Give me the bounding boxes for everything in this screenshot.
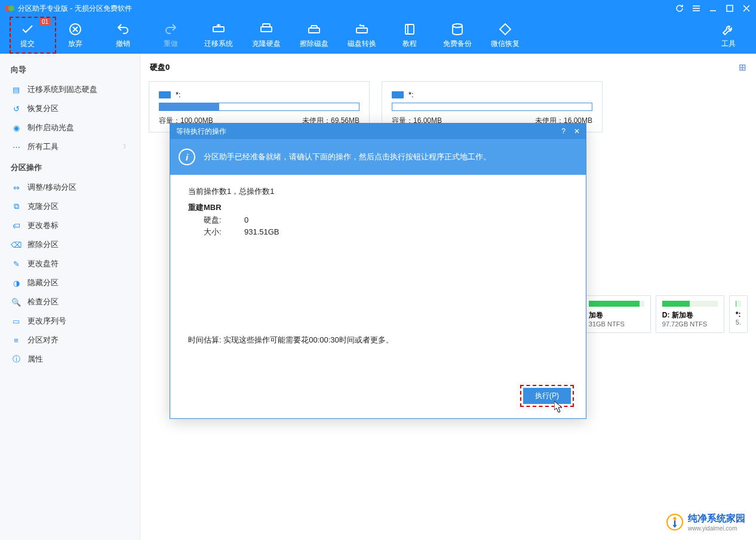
watermark-logo-icon bbox=[666, 514, 683, 530]
svg-rect-5 bbox=[261, 27, 272, 32]
maximize-icon[interactable] bbox=[725, 4, 735, 13]
toolbar-label: 磁盘转换 bbox=[348, 39, 376, 49]
app-logo-icon bbox=[5, 4, 14, 13]
tag-icon: 🏷 bbox=[11, 220, 21, 231]
disk-icon bbox=[159, 91, 171, 98]
sidebar-item-wipep[interactable]: ⌫擦除分区 bbox=[0, 235, 140, 254]
partition-card[interactable]: D: 新加卷 97.72GB NTFS bbox=[656, 295, 724, 333]
dots-icon: ⋯ bbox=[11, 141, 21, 152]
sidebar-item-alltools[interactable]: ⋯所有工具〉 bbox=[0, 137, 140, 156]
partition-card[interactable]: *: 5. bbox=[729, 295, 748, 333]
close-icon[interactable] bbox=[742, 4, 751, 13]
dialog-title-bar: 等待执行的操作 ? ✕ bbox=[170, 124, 586, 139]
close-icon[interactable]: ✕ bbox=[574, 127, 580, 135]
sidebar-item-check[interactable]: 🔍检查分区 bbox=[0, 292, 140, 311]
wipe-button[interactable]: 擦除磁盘 bbox=[290, 18, 338, 52]
toolbar-label: 撤销 bbox=[116, 39, 130, 49]
backup-button[interactable]: 免费备份 bbox=[434, 18, 481, 52]
watermark: 纯净系统家园 www.yidaimei.com bbox=[666, 513, 745, 532]
redo-icon bbox=[164, 22, 178, 36]
drive-icon: ▤ bbox=[11, 84, 21, 95]
convert-button[interactable]: 磁盘转换 bbox=[338, 18, 386, 52]
svg-point-10 bbox=[453, 24, 462, 27]
resize-icon: ⇔ bbox=[11, 182, 21, 193]
sidebar-item-serial[interactable]: ▭更改序列号 bbox=[0, 311, 140, 331]
migrate-icon bbox=[211, 22, 226, 36]
redo-button[interactable]: 重做 bbox=[147, 18, 195, 52]
time-estimate: 时间估算: 实现这些操作可能需要花00:00:30时间或者更多。 bbox=[188, 334, 568, 347]
recover-icon: ↺ bbox=[11, 103, 21, 114]
disk-icon bbox=[392, 91, 404, 98]
align-icon: ≡ bbox=[11, 335, 21, 345]
svg-rect-8 bbox=[357, 28, 367, 33]
partops-header: 分区操作 bbox=[0, 156, 140, 178]
tutorial-button[interactable]: 教程 bbox=[386, 18, 434, 52]
usage-bar bbox=[159, 103, 359, 111]
svg-rect-4 bbox=[213, 27, 224, 32]
book-icon bbox=[402, 22, 417, 36]
toolbar-label: 重做 bbox=[164, 39, 178, 49]
dialog-body: 当前操作数1，总操作数1 重建MBR 硬盘:0 大小:931.51GB 时间估算… bbox=[170, 175, 586, 385]
toolbar-label: 迁移系统 bbox=[204, 39, 233, 49]
sidebar-item-hide[interactable]: ◑隐藏分区 bbox=[0, 273, 140, 292]
execute-button[interactable]: 执行(P) bbox=[523, 388, 571, 404]
sidebar-item-letter[interactable]: ✎更改盘符 bbox=[0, 254, 140, 273]
grid-view-icon[interactable]: ⊞ bbox=[739, 62, 746, 73]
svg-rect-7 bbox=[309, 28, 319, 33]
undo-button[interactable]: 撤销 bbox=[99, 18, 147, 52]
toolbar-label: 免费备份 bbox=[443, 39, 472, 49]
toolbar: 提交 放弃 撤销 重做 迁移系统 克隆硬盘 擦除磁盘 磁盘转换 教程 免费备份 … bbox=[0, 17, 756, 54]
pending-operations-dialog: 等待执行的操作 ? ✕ i 分区助手已经准备就绪，请确认下面的操作，然后点击执行… bbox=[170, 123, 586, 419]
toolbar-label: 克隆硬盘 bbox=[252, 39, 281, 49]
disc-icon: ◉ bbox=[11, 122, 21, 133]
sidebar-item-prop[interactable]: ⓘ属性 bbox=[0, 350, 140, 369]
hide-icon: ◑ bbox=[11, 277, 21, 288]
usage-bar bbox=[392, 103, 592, 111]
tools-button[interactable]: 工具 bbox=[705, 18, 752, 52]
clone-icon: ⧉ bbox=[11, 201, 21, 212]
info-icon: i bbox=[179, 149, 195, 165]
sidebar-item-label[interactable]: 🏷更改卷标 bbox=[0, 216, 140, 235]
toolbar-label: 工具 bbox=[721, 39, 736, 49]
sidebar-item-clonep[interactable]: ⧉克隆分区 bbox=[0, 197, 140, 216]
sidebar-item-recover[interactable]: ↺恢复分区 bbox=[0, 99, 140, 118]
refresh-icon[interactable] bbox=[675, 4, 684, 13]
migrate-button[interactable]: 迁移系统 bbox=[195, 18, 242, 52]
sidebar-item-resize[interactable]: ⇔调整/移动分区 bbox=[0, 178, 140, 197]
svg-rect-6 bbox=[263, 24, 270, 27]
toolbar-label: 擦除磁盘 bbox=[300, 39, 328, 49]
op-group-title: 重建MBR bbox=[188, 202, 568, 214]
toolbar-label: 微信恢复 bbox=[491, 39, 520, 49]
watermark-url: www.yidaimei.com bbox=[688, 525, 745, 532]
wechat-icon bbox=[498, 22, 512, 36]
toolbar-label: 教程 bbox=[402, 39, 417, 49]
sidebar-item-migrate-ssd[interactable]: ▤迁移系统到固态硬盘 bbox=[0, 80, 140, 99]
partition-card[interactable]: 加卷 31GB NTFS bbox=[582, 295, 651, 333]
dialog-info-text: 分区助手已经准备就绪，请确认下面的操作，然后点击执行按钮让程序正式地工作。 bbox=[204, 152, 491, 162]
svg-rect-9 bbox=[405, 24, 414, 34]
serial-icon: ▭ bbox=[11, 316, 21, 326]
menu-icon[interactable] bbox=[692, 4, 701, 13]
info-icon: ⓘ bbox=[11, 354, 21, 365]
dialog-info-banner: i 分区助手已经准备就绪，请确认下面的操作，然后点击执行按钮让程序正式地工作。 bbox=[170, 139, 586, 175]
wrench-icon bbox=[721, 22, 736, 36]
minimize-icon[interactable] bbox=[708, 4, 718, 13]
discard-button[interactable]: 放弃 bbox=[51, 18, 99, 52]
wechat-button[interactable]: 微信恢复 bbox=[481, 18, 529, 52]
backup-icon bbox=[450, 22, 465, 36]
window-title: 分区助手专业版 - 无损分区免费软件 bbox=[18, 4, 132, 14]
erase-icon: ⌫ bbox=[11, 239, 21, 250]
sidebar-item-align[interactable]: ≡分区对齐 bbox=[0, 331, 140, 350]
disk-title: 硬盘0 ⊞ bbox=[149, 60, 748, 75]
toolbar-label: 放弃 bbox=[68, 39, 82, 49]
check-icon bbox=[20, 22, 35, 36]
clone-icon bbox=[259, 22, 273, 36]
ops-count: 当前操作数1，总操作数1 bbox=[188, 186, 568, 198]
sidebar-item-bootdisc[interactable]: ◉制作启动光盘 bbox=[0, 118, 140, 137]
svg-rect-2 bbox=[727, 5, 733, 11]
execute-highlight: 执行(P) bbox=[520, 385, 574, 407]
watermark-brand: 纯净系统家园 bbox=[688, 513, 745, 525]
help-icon[interactable]: ? bbox=[561, 127, 566, 135]
clone-button[interactable]: 克隆硬盘 bbox=[242, 18, 290, 52]
commit-badge: 01 bbox=[39, 18, 51, 26]
